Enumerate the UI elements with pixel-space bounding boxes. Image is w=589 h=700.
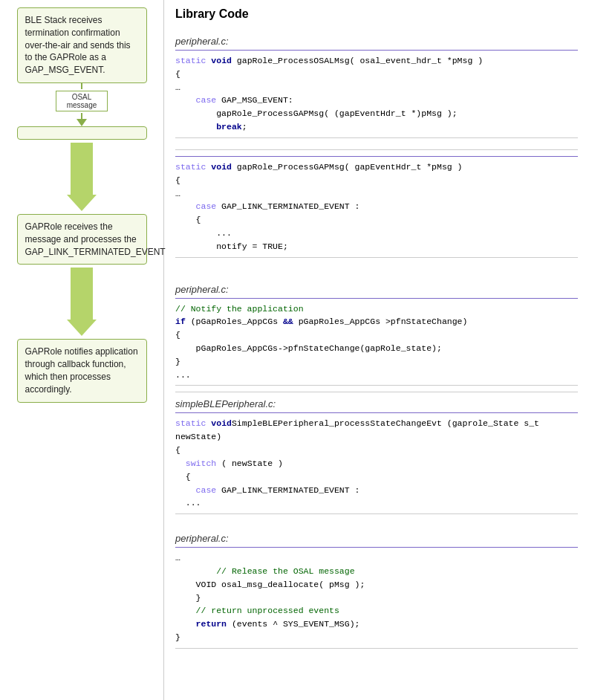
- arrow-osal: OSALmessage: [56, 83, 108, 126]
- code-block-1: static void gapRole_ProcessOSALMsg( osal…: [175, 50, 578, 138]
- spacer-2: [175, 525, 578, 533]
- big-arrow-2: [67, 268, 97, 336]
- file-label-5: peripheral.c:: [175, 533, 578, 544]
- flow-box-2: [17, 126, 147, 140]
- spacer-1: [175, 269, 578, 284]
- code-block-5: … // Release the OSAL message VOID osal_…: [175, 547, 578, 649]
- flowchart-panel: BLE Stack receives termination confirmat…: [0, 0, 163, 700]
- page-title: Library Code: [175, 7, 578, 21]
- flow-box-1: BLE Stack receives termination confirmat…: [17, 7, 147, 83]
- code-panel: Library Code peripheral.c: static void g…: [163, 0, 589, 700]
- osal-label: OSALmessage: [56, 91, 108, 111]
- code-section-3: peripheral.c: // Notify the application …: [175, 284, 578, 515]
- big-arrow-1: [67, 143, 97, 211]
- file-label-3: peripheral.c:: [175, 284, 578, 295]
- code-block-3: // Notify the application if (pGapRoles_…: [175, 298, 578, 386]
- code-section-5: peripheral.c: … // Release the OSAL mess…: [175, 533, 578, 649]
- code-block-2: static void gapRole_ProcessGAPMsg( gapEv…: [175, 156, 578, 258]
- file-label-1: peripheral.c:: [175, 36, 578, 47]
- code-section-1: peripheral.c: static void gapRole_Proces…: [175, 36, 578, 138]
- flow-box-3: GAPRole receives the message and process…: [17, 214, 147, 265]
- code-section-2: static void gapRole_ProcessGAPMsg( gapEv…: [175, 156, 578, 258]
- divider-1: [175, 149, 578, 150]
- file-label-4: simpleBLEPeripheral.c:: [175, 398, 578, 409]
- divider-2: [175, 392, 578, 392]
- code-block-4: static voidSimpleBLEPeripheral_processSt…: [175, 412, 578, 514]
- flow-box-4: GAPRole notifies application through cal…: [17, 339, 147, 402]
